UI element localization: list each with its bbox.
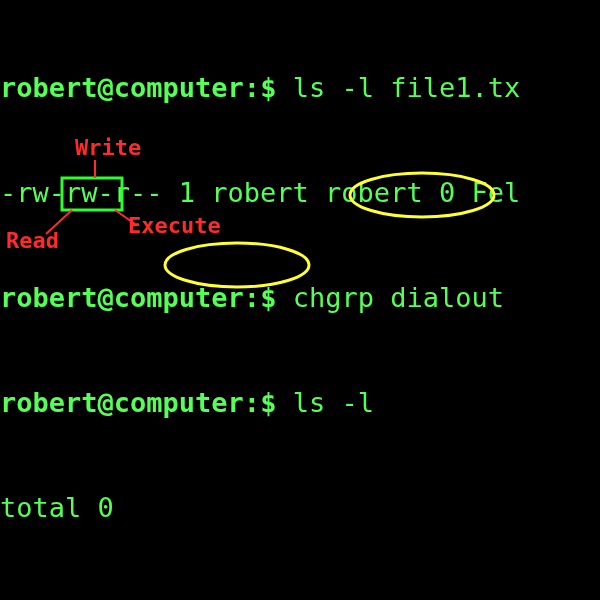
cmd-text: chgrp dialout	[293, 282, 521, 313]
prompt-sigil: $	[260, 72, 276, 103]
prompt-colon: :	[244, 282, 260, 313]
terminal-line: -rw-rw-r-- 1 robert robert 0 Fel	[0, 175, 600, 210]
prompt-colon: :	[244, 387, 260, 418]
prompt-at: @	[98, 387, 114, 418]
terminal-line: robert@computer:$ chgrp dialout	[0, 280, 600, 315]
prompt-user: robert	[0, 72, 98, 103]
prompt-user: robert	[0, 387, 98, 418]
prompt-host: computer	[114, 282, 244, 313]
write-label: Write	[75, 135, 141, 160]
terminal-line: robert@computer:$ ls -l	[0, 385, 600, 420]
terminal-line: robert@computer:$ ls -l file1.tx	[0, 70, 600, 105]
prompt-host: computer	[114, 387, 244, 418]
terminal[interactable]: robert@computer:$ ls -l file1.tx -rw-rw-…	[0, 0, 600, 600]
prompt-sigil: $	[260, 282, 276, 313]
prompt-colon: :	[244, 72, 260, 103]
terminal-line: -rw-rw-r-- 1 robert dialout 0 Fe	[0, 595, 600, 600]
execute-label: Execute	[128, 213, 221, 238]
cmd-text	[276, 72, 292, 103]
output-text: total 0	[0, 492, 114, 523]
prompt-at: @	[98, 72, 114, 103]
prompt-at: @	[98, 282, 114, 313]
prompt-user: robert	[0, 282, 98, 313]
terminal-line: total 0	[0, 490, 600, 525]
cmd-text: ls -l file1.tx	[293, 72, 521, 103]
output-text: -rw-rw-r-- 1 robert robert 0 Fel	[0, 177, 520, 208]
prompt-host: computer	[114, 72, 244, 103]
read-label: Read	[6, 228, 59, 253]
prompt-sigil: $	[260, 387, 276, 418]
cmd-text: ls -l	[293, 387, 374, 418]
